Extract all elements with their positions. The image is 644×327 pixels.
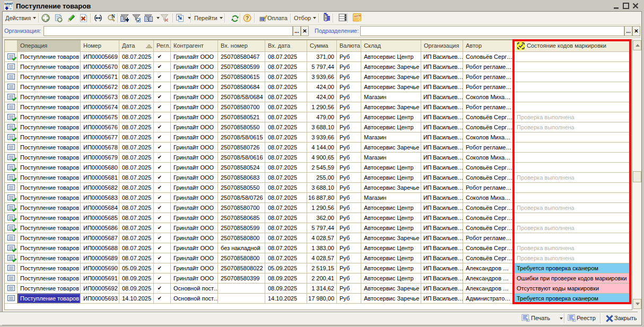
- svg-text:?: ?: [246, 15, 249, 21]
- svg-text:N: N: [111, 14, 115, 19]
- svg-text:НАКЛ: НАКЛ: [5, 2, 13, 5]
